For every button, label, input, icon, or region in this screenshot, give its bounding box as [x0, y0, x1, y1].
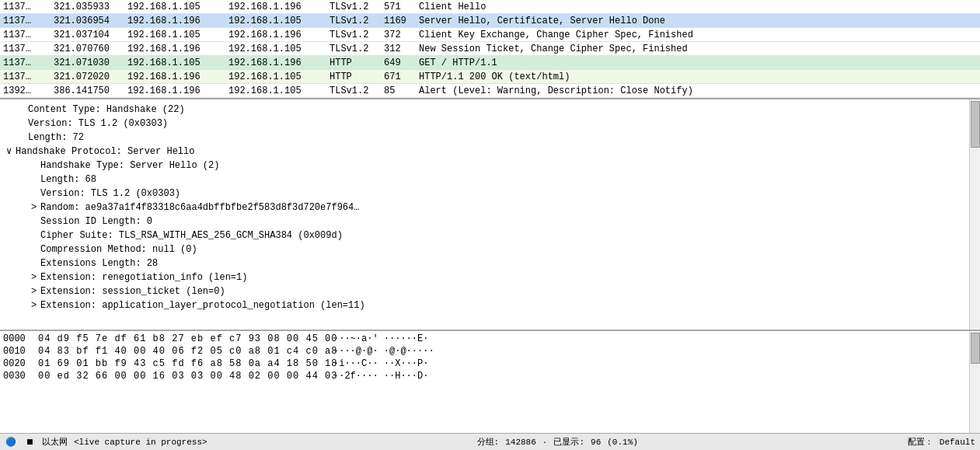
packet-dst: 192.168.1.196: [228, 30, 330, 40]
group-total: 142886: [505, 438, 536, 447]
detail-text: Random: ae9a37a1f4f83318c6aa4dbffbfbe2f5…: [40, 202, 359, 213]
separator: ·: [542, 438, 548, 447]
detail-line: Version: TLS 1.2 (0x0303): [6, 117, 974, 131]
detail-text: Cipher Suite: TLS_RSA_WITH_AES_256_GCM_S…: [40, 230, 343, 241]
detail-text: Content Type: Handshake (22): [28, 104, 185, 115]
network-label: 以太网: [42, 436, 68, 448]
packet-proto: TLSv1.2: [330, 16, 384, 26]
packet-no: 1137…: [3, 72, 54, 82]
hex-offset: 0010: [3, 345, 38, 358]
detail-text: Compression Method: null (0): [40, 244, 197, 255]
network-icon: 🔵: [5, 436, 17, 448]
detail-text: Handshake Type: Server Hello (2): [40, 160, 219, 171]
detail-line: Session ID Length: 0: [6, 215, 974, 228]
detail-expandable-line[interactable]: ∨ Handshake Protocol: Server Hello: [6, 145, 974, 159]
hex-bytes: 01 69 01 bb f9 43 c5 fd f6 a8 58 0a a4 1…: [38, 358, 333, 370]
packet-len: 1169: [384, 16, 419, 26]
hex-row: 0000 04 d9 f5 7e df 61 b8 27 eb ef c7 93…: [3, 333, 977, 345]
stop-icon[interactable]: ⏹: [23, 436, 36, 448]
packet-info: Client Key Exchange, Change Cipher Spec,…: [419, 30, 977, 40]
packet-proto: TLSv1.2: [330, 2, 384, 12]
status-bar: 🔵 ⏹ 以太网 <live capture in progress> 分组: 1…: [0, 433, 980, 450]
packet-info: HTTP/1.1 200 OK (text/html): [419, 72, 977, 82]
packet-len: 671: [384, 72, 419, 82]
config-label: 配置：: [908, 436, 933, 448]
expand-arrow: >: [31, 201, 40, 215]
packet-len: 85: [384, 85, 419, 96]
detail-text: Session ID Length: 0: [40, 216, 152, 227]
packet-info: Server Hello, Certificate, Server Hello …: [419, 16, 977, 26]
detail-scrollbar[interactable]: [969, 99, 980, 330]
detail-expandable-line[interactable]: > Extension: renegotiation_info (len=1): [6, 270, 974, 284]
config-value: Default: [940, 438, 975, 447]
packet-row[interactable]: 1392… 386.141750 192.168.1.196 192.168.1…: [0, 84, 980, 98]
detail-text: Version: TLS 1.2 (0x0303): [28, 118, 168, 129]
detail-line: Content Type: Handshake (22): [6, 103, 974, 117]
detail-line: Handshake Type: Server Hello (2): [6, 159, 974, 173]
detail-line: Version: TLS 1.2 (0x0303): [6, 187, 974, 201]
packet-src: 192.168.1.196: [127, 16, 228, 26]
expand-arrow: >: [31, 270, 40, 284]
packet-row[interactable]: 1137… 321.036954 192.168.1.196 192.168.1…: [0, 14, 980, 28]
packet-row[interactable]: 1137… 321.035933 192.168.1.105 192.168.1…: [0, 0, 980, 14]
packet-time: 386.141750: [54, 85, 127, 96]
packet-no: 1137…: [3, 58, 54, 68]
packet-time: 321.071030: [54, 58, 127, 68]
hex-pane: 0000 04 d9 f5 7e df 61 b8 27 eb ef c7 93…: [0, 331, 980, 433]
detail-expandable-line[interactable]: > Extension: session_ticket (len=0): [6, 284, 974, 298]
packet-row[interactable]: 1137… 321.072020 192.168.1.196 192.168.1…: [0, 70, 980, 84]
packet-dst: 192.168.1.105: [228, 44, 330, 54]
detail-expandable-line[interactable]: > Random: ae9a37a1f4f83318c6aa4dbffbfbe2…: [6, 201, 974, 215]
packet-src: 192.168.1.196: [127, 85, 228, 96]
detail-expandable-line[interactable]: > Extension: application_layer_protocol_…: [6, 298, 974, 312]
hex-ascii: ····@·@· ·@·@·····: [333, 345, 977, 358]
displayed-pct: (0.1%): [607, 438, 638, 447]
detail-pane: Content Type: Handshake (22)Version: TLS…: [0, 98, 980, 331]
packet-time: 321.072020: [54, 72, 127, 82]
hex-row: 0020 01 69 01 bb f9 43 c5 fd f6 a8 58 0a…: [3, 358, 977, 370]
detail-text: Extension: application_layer_protocol_ne…: [40, 300, 365, 311]
expand-arrow: >: [31, 298, 40, 312]
packet-no: 1137…: [3, 44, 54, 54]
packet-info: New Session Ticket, Change Cipher Spec, …: [419, 44, 977, 54]
packet-dst: 192.168.1.105: [228, 72, 330, 82]
detail-text: Handshake Protocol: Server Hello: [16, 146, 194, 157]
hex-scrollbar[interactable]: [969, 331, 980, 433]
packet-row[interactable]: 1137… 321.037104 192.168.1.105 192.168.1…: [0, 28, 980, 42]
expand-arrow: >: [31, 284, 40, 298]
detail-text: Length: 68: [40, 174, 96, 185]
packet-proto: HTTP: [330, 58, 384, 68]
detail-text: Extension: session_ticket (len=0): [40, 286, 225, 297]
capture-status: <live capture in progress>: [74, 438, 208, 447]
packet-src: 192.168.1.105: [127, 30, 228, 40]
displayed-count: 96: [591, 438, 601, 447]
displayed-label: 已显示:: [553, 436, 584, 448]
packet-row[interactable]: 1137… 321.071030 192.168.1.105 192.168.1…: [0, 56, 980, 70]
packet-src: 192.168.1.105: [127, 2, 228, 12]
hex-offset: 0030: [3, 370, 38, 382]
hex-ascii: ··2f···· ··H···D·: [333, 370, 977, 382]
packet-no: 1137…: [3, 2, 54, 12]
packet-info: Client Hello: [419, 2, 977, 12]
packet-len: 571: [384, 2, 419, 12]
packet-time: 321.037104: [54, 30, 127, 40]
packet-src: 192.168.1.105: [127, 58, 228, 68]
group-label: 分组:: [477, 436, 500, 448]
packet-len: 372: [384, 30, 419, 40]
detail-line: Cipher Suite: TLS_RSA_WITH_AES_256_GCM_S…: [6, 228, 974, 242]
packet-len: 649: [384, 58, 419, 68]
hex-ascii: ···~·a·' ······E·: [333, 333, 977, 345]
detail-text: Version: TLS 1.2 (0x0303): [40, 188, 180, 199]
detail-line: Length: 72: [6, 131, 974, 145]
hex-ascii: ·i···C·· ··X···P·: [333, 358, 977, 370]
packet-no: 1137…: [3, 30, 54, 40]
packet-proto: TLSv1.2: [330, 30, 384, 40]
hex-bytes: 04 83 bf f1 40 00 40 06 f2 05 c0 a8 01 c…: [38, 345, 333, 358]
packet-src: 192.168.1.196: [127, 72, 228, 82]
packet-row[interactable]: 1137… 321.070760 192.168.1.196 192.168.1…: [0, 42, 980, 56]
detail-line: Length: 68: [6, 173, 974, 187]
packet-dst: 192.168.1.196: [228, 2, 330, 12]
hex-bytes: 00 ed 32 66 00 00 16 03 03 00 48 02 00 0…: [38, 370, 333, 382]
packet-no: 1137…: [3, 16, 54, 26]
hex-offset: 0020: [3, 358, 38, 370]
